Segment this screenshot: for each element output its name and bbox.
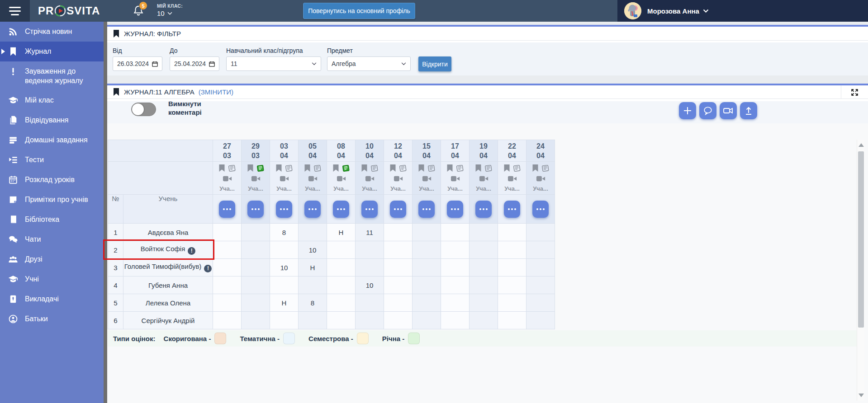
grade-cell[interactable] <box>213 312 242 329</box>
grade-cell[interactable] <box>299 276 327 294</box>
grade-cell[interactable] <box>470 241 498 259</box>
grade-cell[interactable]: 10 <box>299 241 327 259</box>
column-options-button[interactable] <box>504 201 520 218</box>
grade-cell[interactable] <box>526 241 555 259</box>
grade-cell[interactable]: 11 <box>356 224 384 241</box>
participants-link[interactable]: Уча... <box>447 185 463 192</box>
homework-book-icon[interactable] <box>285 164 293 174</box>
grade-cell[interactable] <box>526 224 555 241</box>
homework-book-icon[interactable] <box>455 164 464 174</box>
grade-cell[interactable] <box>526 276 555 294</box>
grade-cell[interactable]: Н <box>299 259 327 276</box>
table-vertical-scrollbar[interactable] <box>857 140 864 401</box>
scrollbar-thumb[interactable] <box>858 151 864 328</box>
grade-cell[interactable]: Н <box>270 294 299 312</box>
student-name[interactable]: Губеня Анна <box>123 276 213 294</box>
column-options-button[interactable] <box>333 201 349 218</box>
student-warning-icon[interactable]: ! <box>204 265 212 272</box>
grade-cell[interactable] <box>498 276 526 294</box>
video-camera-icon[interactable] <box>337 175 346 184</box>
date-from-input[interactable]: 26.03.2024 <box>113 56 162 71</box>
student-warning-icon[interactable]: ! <box>188 247 195 255</box>
grade-cell[interactable] <box>441 312 470 329</box>
column-options-button[interactable] <box>247 201 264 218</box>
date-column-header[interactable]: 2703 <box>213 140 242 162</box>
video-camera-icon[interactable] <box>223 175 232 184</box>
participants-link[interactable]: Уча... <box>476 185 491 192</box>
lesson-tools-cell[interactable]: Уча... <box>299 162 327 195</box>
column-options-button[interactable] <box>418 201 435 218</box>
homework-book-icon[interactable] <box>427 164 436 174</box>
grade-cell[interactable] <box>470 312 498 329</box>
participants-link[interactable]: Уча... <box>390 185 406 192</box>
grade-cell[interactable] <box>356 241 384 259</box>
grade-cell[interactable] <box>526 294 555 312</box>
homework-book-icon[interactable] <box>541 164 550 174</box>
lesson-tools-cell[interactable]: Уча... <box>213 162 242 195</box>
participants-link[interactable]: Уча... <box>419 185 434 192</box>
grade-cell[interactable] <box>441 276 470 294</box>
lesson-tools-cell[interactable]: Уча... <box>384 162 413 195</box>
grade-cell[interactable] <box>413 224 441 241</box>
grade-cell[interactable] <box>413 312 441 329</box>
grade-cell[interactable] <box>327 276 356 294</box>
participants-link[interactable]: Уча... <box>219 185 235 192</box>
column-options-button[interactable] <box>304 201 321 218</box>
lesson-tools-cell[interactable]: Уча... <box>413 162 441 195</box>
sidebar-item-2[interactable]: Журнал <box>0 42 104 61</box>
video-camera-icon[interactable] <box>508 175 517 184</box>
grade-cell[interactable] <box>242 224 270 241</box>
column-options-button[interactable] <box>447 201 463 218</box>
grade-cell[interactable] <box>413 259 441 276</box>
scroll-up-arrow-icon[interactable] <box>859 143 864 147</box>
date-column-header[interactable]: 0504 <box>299 140 327 162</box>
video-camera-icon[interactable] <box>308 175 318 184</box>
grade-cell[interactable] <box>213 294 242 312</box>
bookmark-icon[interactable] <box>332 164 339 173</box>
grade-cell[interactable] <box>270 276 299 294</box>
homework-book-icon[interactable] <box>398 164 407 174</box>
lesson-tools-cell[interactable]: Уча... <box>327 162 356 195</box>
grade-cell[interactable] <box>413 276 441 294</box>
sidebar-item-7[interactable]: Тести <box>0 150 104 170</box>
grade-cell[interactable] <box>327 259 356 276</box>
sidebar-item-12[interactable]: Друзі <box>0 249 104 269</box>
grade-cell[interactable] <box>526 259 555 276</box>
grade-cell[interactable] <box>470 294 498 312</box>
grade-cell[interactable] <box>356 294 384 312</box>
grade-cell[interactable] <box>470 259 498 276</box>
participants-link[interactable]: Уча... <box>248 185 263 192</box>
homework-book-icon[interactable] <box>484 164 493 174</box>
lesson-tools-cell[interactable]: Уча... <box>441 162 470 195</box>
grade-cell[interactable] <box>270 312 299 329</box>
video-call-button[interactable] <box>720 102 737 119</box>
date-column-header[interactable]: 0304 <box>270 140 299 162</box>
grade-cell[interactable] <box>498 259 526 276</box>
grade-cell[interactable]: 8 <box>270 224 299 241</box>
bookmark-icon[interactable] <box>475 164 482 173</box>
participants-link[interactable]: Уча... <box>333 185 349 192</box>
fullscreen-expand-icon[interactable] <box>841 85 868 99</box>
participants-link[interactable]: Уча... <box>362 185 377 192</box>
grade-cell[interactable] <box>270 241 299 259</box>
notifications-bell-icon[interactable]: 5 <box>133 5 146 18</box>
sidebar-item-13[interactable]: Учні <box>0 269 104 289</box>
sidebar-item-8[interactable]: Розклад уроків <box>0 170 104 190</box>
grade-cell[interactable] <box>242 312 270 329</box>
homework-book-icon[interactable] <box>512 164 521 174</box>
bookmark-icon[interactable] <box>503 164 510 173</box>
sidebar-item-11[interactable]: Чати <box>0 230 104 249</box>
change-journal-link[interactable]: (ЗМІНИТИ) <box>199 88 233 96</box>
grade-cell[interactable] <box>356 312 384 329</box>
grade-cell[interactable] <box>384 294 413 312</box>
date-column-header[interactable]: 0804 <box>327 140 356 162</box>
grade-cell[interactable] <box>356 259 384 276</box>
lesson-tools-cell[interactable]: Уча... <box>526 162 555 195</box>
participants-link[interactable]: Уча... <box>504 185 520 192</box>
bookmark-icon[interactable] <box>304 164 311 173</box>
grade-cell[interactable] <box>441 224 470 241</box>
lesson-tools-cell[interactable]: Уча... <box>270 162 299 195</box>
sidebar-item-3[interactable]: Зауваження до ведення журналу <box>0 61 104 90</box>
grade-cell[interactable] <box>242 241 270 259</box>
grade-cell[interactable] <box>441 241 470 259</box>
